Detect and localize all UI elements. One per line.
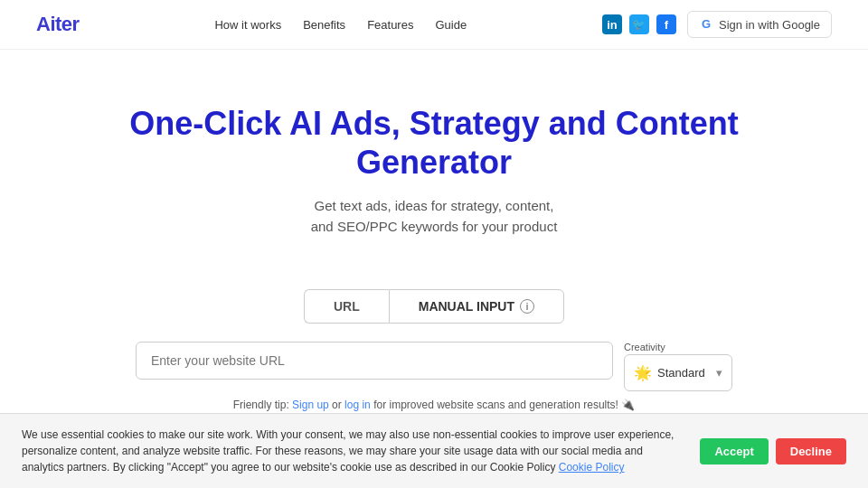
info-icon[interactable]: i — [520, 299, 534, 314]
tab-manual-input-label: MANUAL INPUT — [419, 299, 514, 314]
creativity-value: Standard — [657, 366, 705, 380]
cookie-banner: We use essential cookies to make our sit… — [0, 413, 868, 488]
subtitle-line2: and SEO/PPC keywords for your product — [311, 219, 558, 234]
nav-features[interactable]: Features — [367, 18, 413, 32]
social-icons: in 🐦 f — [602, 14, 676, 34]
logo: Aiter — [36, 13, 80, 36]
sign-up-link[interactable]: Sign up — [292, 399, 329, 411]
nav-how-it-works[interactable]: How it works — [214, 18, 281, 32]
google-icon: G — [699, 17, 713, 32]
input-section: Creativity 🌟 Standard ▾ — [118, 342, 750, 391]
accept-button[interactable]: Accept — [700, 438, 768, 465]
hero-title: One-Click AI Ads, Strategy and Content G… — [118, 104, 750, 182]
cookie-text: We use essential cookies to make our sit… — [22, 427, 685, 475]
nav: How it works Benefits Features Guide — [214, 18, 467, 32]
input-tabs: URL MANUAL INPUT i — [0, 289, 868, 324]
header: Aiter How it works Benefits Features Gui… — [0, 0, 868, 50]
tab-manual-input[interactable]: MANUAL INPUT i — [389, 289, 564, 324]
creativity-wrapper: Creativity 🌟 Standard ▾ — [624, 342, 732, 391]
hero-section: One-Click AI Ads, Strategy and Content G… — [0, 50, 868, 264]
sign-in-button[interactable]: G Sign in with Google — [687, 11, 832, 38]
nav-guide[interactable]: Guide — [435, 18, 467, 32]
nav-benefits[interactable]: Benefits — [303, 18, 345, 32]
linkedin-icon[interactable]: in — [602, 14, 622, 34]
hero-subtitle: Get text ads, ideas for strategy, conten… — [262, 196, 606, 237]
sign-in-label: Sign in with Google — [719, 18, 820, 32]
decline-button[interactable]: Decline — [776, 438, 846, 465]
url-input-wrapper — [136, 342, 613, 380]
chevron-down-icon: ▾ — [716, 366, 722, 380]
cookie-policy-link[interactable]: Cookie Policy — [559, 461, 625, 474]
creativity-select[interactable]: 🌟 Standard ▾ — [624, 354, 732, 391]
cookie-buttons: Accept Decline — [700, 438, 846, 465]
friendly-tip: Friendly tip: Sign up or log in for impr… — [0, 399, 868, 411]
log-in-link[interactable]: log in — [344, 399, 371, 411]
twitter-icon[interactable]: 🐦 — [629, 14, 649, 34]
header-right: in 🐦 f G Sign in with Google — [602, 11, 832, 38]
facebook-icon[interactable]: f — [656, 14, 676, 34]
creativity-label: Creativity — [624, 342, 732, 352]
tab-url[interactable]: URL — [304, 289, 389, 324]
subtitle-line1: Get text ads, ideas for strategy, conten… — [315, 198, 554, 213]
url-input[interactable] — [136, 342, 613, 380]
